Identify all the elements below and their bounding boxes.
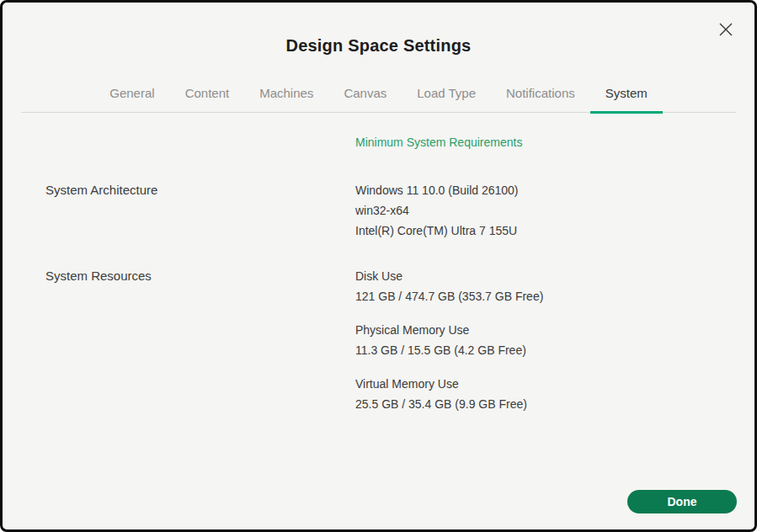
done-button[interactable]: Done [627,490,737,513]
label-spacer [45,132,355,152]
system-resources-row: System Resources Disk Use 121 GB / 474.7… [45,266,734,414]
system-tab-content: Minimum System Requirements System Archi… [3,132,754,414]
tab-canvas[interactable]: Canvas [328,81,402,112]
close-icon [718,22,733,37]
virtual-memory-value: 25.5 GB / 35.4 GB (9.9 GB Free) [355,394,734,414]
tab-general[interactable]: General [94,81,169,112]
cpu-value: Intel(R) Core(TM) Ultra 7 155U [355,221,734,241]
tab-content[interactable]: Content [170,81,245,112]
system-architecture-row: System Architecture Windows 11 10.0 (Bui… [45,180,734,241]
system-architecture-values: Windows 11 10.0 (Build 26100) win32-x64 … [355,180,734,241]
disk-use-title: Disk Use [355,266,734,286]
platform-value: win32-x64 [355,200,734,221]
settings-dialog: Design Space Settings General Content Ma… [0,0,757,532]
disk-use-group: Disk Use 121 GB / 474.7 GB (353.7 GB Fre… [355,266,734,306]
tab-load-type[interactable]: Load Type [402,81,491,112]
disk-use-value: 121 GB / 474.7 GB (353.7 GB Free) [355,286,734,306]
architecture-group: Windows 11 10.0 (Build 26100) win32-x64 … [355,180,734,241]
settings-tabs: General Content Machines Canvas Load Typ… [21,81,736,113]
physical-memory-group: Physical Memory Use 11.3 GB / 15.5 GB (4… [355,320,734,360]
system-resources-label: System Resources [45,266,355,414]
virtual-memory-group: Virtual Memory Use 25.5 GB / 35.4 GB (9.… [355,374,734,414]
page-title: Design Space Settings [3,3,754,56]
close-button[interactable] [717,21,734,38]
tab-notifications[interactable]: Notifications [491,81,590,112]
physical-memory-title: Physical Memory Use [355,320,734,340]
system-architecture-label: System Architecture [45,180,355,241]
virtual-memory-title: Virtual Memory Use [355,374,734,394]
tab-machines[interactable]: Machines [244,81,328,112]
minimum-system-requirements-link[interactable]: Minimum System Requirements [355,132,734,152]
system-resources-values: Disk Use 121 GB / 474.7 GB (353.7 GB Fre… [355,266,734,414]
physical-memory-value: 11.3 GB / 15.5 GB (4.2 GB Free) [355,340,734,360]
os-version-value: Windows 11 10.0 (Build 26100) [355,180,734,200]
tab-system[interactable]: System [590,81,663,112]
